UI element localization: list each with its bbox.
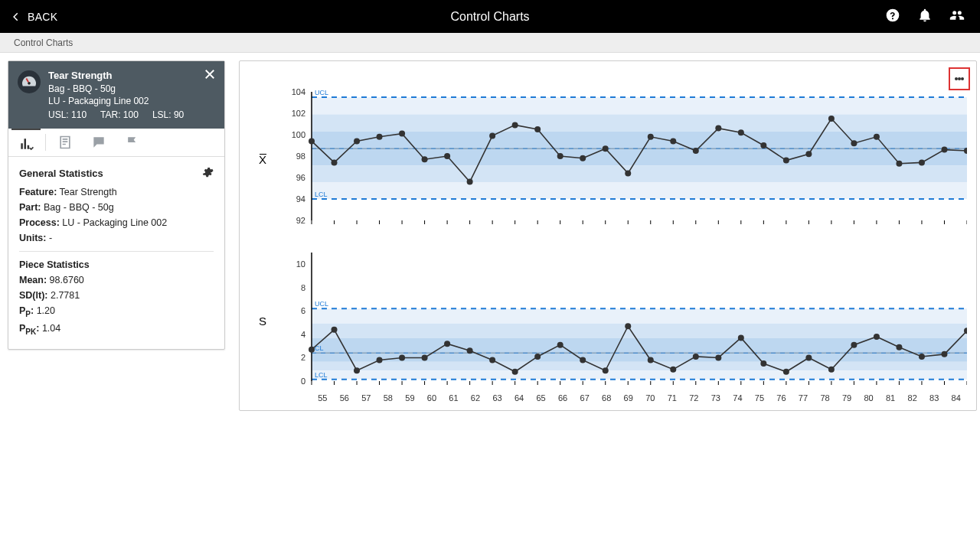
lsl-value: 90 — [174, 109, 184, 120]
more-menu-button[interactable] — [949, 67, 970, 90]
settings-icon[interactable] — [201, 166, 214, 181]
svg-rect-6 — [312, 165, 967, 182]
piece-stats-heading: Piece Statistics — [19, 259, 214, 270]
units-label: Units: — [19, 233, 46, 243]
pp-value: 1.20 — [37, 305, 55, 316]
svg-point-25 — [377, 134, 383, 140]
tar-label: TAR: — [100, 109, 120, 120]
svg-rect-86 — [312, 362, 967, 370]
svg-point-130 — [941, 351, 947, 357]
svg-point-30 — [489, 132, 495, 139]
part-subtitle: Bag - BBQ - 50g — [48, 83, 184, 95]
page-title: Control Charts — [450, 10, 529, 24]
svg-point-41 — [738, 129, 744, 135]
svg-rect-3 — [312, 114, 967, 131]
svg-rect-87 — [312, 370, 967, 379]
svg-point-126 — [851, 342, 857, 348]
svg-text:10: 10 — [296, 259, 305, 269]
help-icon[interactable] — [885, 8, 900, 26]
svg-point-43 — [783, 158, 789, 164]
s-chart: 0246810UCLLCLCL — [269, 249, 967, 392]
svg-point-111 — [512, 369, 518, 375]
usl-value: 110 — [71, 109, 87, 120]
svg-point-125 — [828, 367, 835, 373]
tab-notes[interactable] — [51, 129, 80, 156]
svg-point-120 — [715, 354, 721, 360]
svg-point-47 — [874, 134, 880, 140]
svg-point-39 — [693, 148, 699, 154]
gauge-icon — [18, 70, 41, 93]
svg-rect-2 — [312, 97, 967, 114]
svg-point-48 — [896, 161, 902, 167]
svg-point-116 — [625, 323, 631, 329]
mean-value: 98.6760 — [50, 275, 84, 285]
svg-point-45 — [828, 116, 835, 122]
svg-point-42 — [760, 142, 766, 148]
svg-text:102: 102 — [292, 109, 305, 118]
svg-text:94: 94 — [296, 194, 305, 204]
svg-point-50 — [941, 147, 947, 153]
svg-point-108 — [444, 341, 450, 347]
svg-point-32 — [534, 126, 541, 132]
svg-text:6: 6 — [301, 306, 305, 315]
svg-point-118 — [670, 367, 676, 373]
svg-point-29 — [467, 179, 473, 185]
svg-point-46 — [851, 140, 857, 146]
tab-chart[interactable] — [11, 128, 41, 158]
mean-label: Mean: — [19, 275, 47, 285]
close-button[interactable] — [203, 67, 217, 86]
svg-point-113 — [557, 342, 564, 348]
people-icon[interactable] — [949, 8, 965, 26]
feature-label: Feature: — [19, 187, 57, 197]
svg-point-44 — [805, 151, 812, 157]
svg-point-121 — [738, 334, 744, 341]
svg-point-38 — [670, 138, 676, 144]
xbar-chart: 92949698100102104UCLLCL — [269, 89, 967, 231]
bell-icon[interactable] — [917, 8, 933, 26]
svg-point-36 — [625, 170, 631, 176]
svg-point-28 — [444, 153, 450, 159]
feature-title: Tear Strength — [48, 69, 184, 83]
svg-text:0: 0 — [301, 377, 305, 386]
svg-point-115 — [603, 367, 609, 373]
svg-point-31 — [512, 122, 518, 128]
tar-value: 100 — [123, 109, 139, 120]
tab-comment[interactable] — [84, 129, 113, 156]
svg-point-128 — [896, 344, 902, 350]
svg-text:100: 100 — [292, 130, 305, 139]
svg-text:4: 4 — [301, 330, 305, 339]
units-value: - — [49, 233, 52, 243]
back-button[interactable]: BACK — [0, 10, 57, 24]
svg-point-0 — [28, 82, 31, 85]
svg-text:2: 2 — [301, 353, 305, 362]
svg-point-24 — [354, 138, 360, 144]
tab-flag[interactable] — [118, 129, 147, 156]
svg-point-103 — [332, 327, 338, 333]
sd-value: 2.7781 — [51, 290, 80, 301]
svg-point-104 — [354, 367, 360, 373]
svg-rect-84 — [312, 338, 967, 353]
svg-point-117 — [648, 357, 654, 364]
process-label: Process: — [19, 217, 60, 228]
svg-rect-82 — [312, 308, 967, 323]
svg-rect-7 — [312, 182, 967, 199]
lsl-label: LSL: — [152, 109, 172, 120]
svg-point-40 — [715, 126, 721, 132]
x-axis-ticks: 5556575859606162636465666768697071727374… — [312, 393, 967, 403]
svg-point-34 — [580, 155, 586, 161]
side-panel: Tear Strength Bag - BBQ - 50g LU - Packa… — [8, 60, 225, 350]
svg-point-127 — [874, 334, 880, 340]
svg-point-33 — [557, 153, 564, 159]
svg-point-102 — [309, 347, 315, 353]
svg-point-49 — [919, 159, 925, 165]
xbar-axis-label: X — [256, 154, 269, 166]
svg-point-119 — [693, 354, 699, 360]
svg-text:104: 104 — [292, 89, 305, 96]
svg-text:96: 96 — [296, 173, 305, 182]
svg-rect-4 — [312, 132, 967, 148]
chevron-left-icon — [11, 10, 21, 24]
part-value: Bag - BBQ - 50g — [44, 202, 114, 213]
feature-value: Tear Strength — [60, 187, 117, 197]
breadcrumb: Control Charts — [0, 33, 980, 53]
part-label: Part: — [19, 202, 41, 213]
